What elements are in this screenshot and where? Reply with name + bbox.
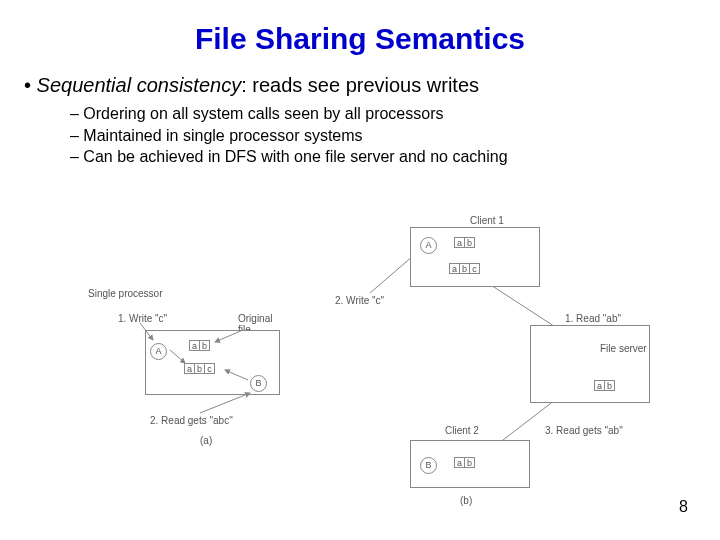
sub-bullet-1: Maintained in single processor systems: [70, 125, 720, 147]
diag-b-client1-box: [410, 227, 540, 287]
label-file-server: File server: [600, 343, 647, 354]
svg-line-4: [200, 393, 250, 413]
diag-a-circle-b: B: [250, 375, 267, 392]
bullet-main: Sequential consistency: reads see previo…: [24, 74, 720, 97]
page-number: 8: [679, 498, 688, 516]
label-client2: Client 2: [445, 425, 479, 436]
label-read-abc: 2. Read gets "abc": [150, 415, 233, 426]
diag-a-cells-abc: abc: [185, 363, 215, 374]
sub-bullet-2: Can be achieved in DFS with one file ser…: [70, 146, 720, 168]
diag-b-server-ab: ab: [595, 380, 615, 391]
sub-bullet-0: Ordering on all system calls seen by all…: [70, 103, 720, 125]
bullet-main-em: Sequential consistency: [37, 74, 242, 96]
label-single-processor: Single processor: [88, 288, 162, 299]
label-read1: 1. Read "ab": [565, 313, 621, 324]
diag-a-cells-ab: ab: [190, 340, 210, 351]
label-caption-a: (a): [200, 435, 212, 446]
diagram-area: Single processor 1. Write "c" Original f…: [0, 215, 720, 515]
diag-b-circle-a: A: [420, 237, 437, 254]
diag-b-c1-ab: ab: [455, 237, 475, 248]
diag-a-circle-a: A: [150, 343, 167, 360]
label-write-c: 1. Write "c": [118, 313, 167, 324]
diag-b-c1-abc: abc: [450, 263, 480, 274]
label-write2: 2. Write "c": [335, 295, 384, 306]
diag-b-server-box: [530, 325, 650, 403]
diag-b-circle-b: B: [420, 457, 437, 474]
label-client1: Client 1: [470, 215, 504, 226]
diag-b-c2-ab: ab: [455, 457, 475, 468]
bullet-main-rest: : reads see previous writes: [241, 74, 479, 96]
label-read3: 3. Read gets "ab": [545, 425, 623, 436]
label-caption-b: (b): [460, 495, 472, 506]
page-title: File Sharing Semantics: [0, 22, 720, 56]
